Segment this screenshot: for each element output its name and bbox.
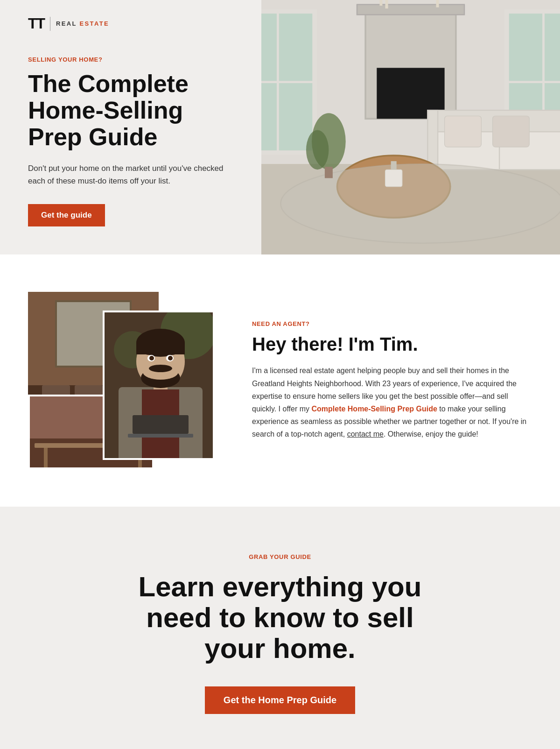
hero-right-image (261, 0, 560, 254)
logo-divider (50, 17, 50, 31)
svg-rect-67 (44, 448, 48, 469)
agent-photo (103, 311, 215, 460)
logo-real: REAL (56, 20, 77, 27)
hero-title: The Complete Home-Selling Prep Guide (28, 71, 238, 151)
svg-point-58 (168, 356, 173, 360)
svg-rect-21 (445, 116, 482, 147)
svg-point-54 (149, 365, 172, 372)
svg-rect-62 (133, 415, 189, 434)
about-guide-link[interactable]: Complete Home-Selling Prep Guide (311, 405, 437, 413)
svg-rect-10 (357, 5, 464, 15)
cta-section: GRAB YOUR GUIDE Learn everything you nee… (0, 507, 560, 749)
about-contact-link[interactable]: contact me (347, 430, 384, 438)
about-content: NEED AN AGENT? Hey there! I'm Tim. I'm a… (252, 320, 532, 440)
svg-point-29 (306, 130, 329, 170)
hero-description: Don't put your home on the market until … (28, 162, 238, 187)
hero-section: TT REAL ESTATE SELLING YOUR HOME? The Co… (0, 0, 560, 254)
svg-rect-27 (391, 161, 397, 170)
svg-rect-26 (385, 170, 402, 186)
hero-eyebrow: SELLING YOUR HOME? (28, 56, 238, 63)
cta-title: Learn everything you need to know to sel… (117, 572, 443, 664)
cta-eyebrow: GRAB YOUR GUIDE (28, 553, 532, 560)
logo-text: REAL ESTATE (56, 20, 109, 27)
hero-room-image (261, 0, 560, 254)
svg-rect-13 (436, 0, 439, 7)
cta-button[interactable]: Get the Home Prep Guide (205, 686, 355, 714)
page-wrapper: TT REAL ESTATE SELLING YOUR HOME? The Co… (0, 0, 560, 749)
svg-point-57 (149, 356, 154, 360)
about-body-text-3: . Otherwise, enjoy the guide! (384, 430, 478, 438)
about-eyebrow: NEED AN AGENT? (252, 320, 532, 327)
svg-rect-12 (385, 0, 388, 8)
svg-rect-22 (493, 116, 530, 147)
logo-estate-word: ESTATE (80, 20, 109, 27)
logo-initials: TT (28, 15, 44, 32)
about-body: I'm a licensed real estate agent helping… (252, 364, 532, 440)
about-title: Hey there! I'm Tim. (252, 334, 532, 355)
hero-cta-button[interactable]: Get the guide (28, 204, 105, 226)
svg-rect-61 (128, 434, 193, 438)
svg-point-20 (280, 164, 560, 243)
hero-left-content: TT REAL ESTATE SELLING YOUR HOME? The Co… (0, 0, 261, 254)
svg-rect-51 (136, 343, 185, 354)
logo: TT REAL ESTATE (28, 15, 109, 32)
svg-rect-30 (325, 167, 333, 178)
svg-rect-11 (379, 0, 382, 6)
about-section: NEED AN AGENT? Hey there! I'm Tim. I'm a… (0, 254, 560, 507)
about-images (28, 292, 224, 469)
